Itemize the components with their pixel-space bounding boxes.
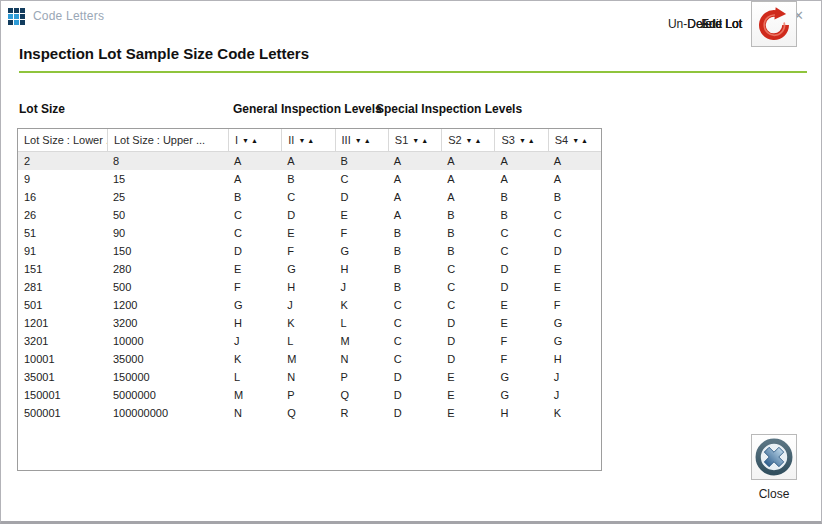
table-cell: K	[281, 314, 334, 332]
table-cell: B	[335, 152, 388, 170]
table-header-row: Lot Size : Lower ...Lot Size : Upper ...…	[18, 129, 601, 152]
table-cell: N	[281, 368, 334, 386]
table-cell: D	[388, 404, 441, 422]
table-row[interactable]: 35001150000LNPDEGJ	[18, 368, 601, 386]
table-cell: C	[494, 224, 547, 242]
table-cell: J	[228, 332, 281, 350]
table-cell: F	[228, 278, 281, 296]
table-cell: 25	[107, 188, 228, 206]
table-row[interactable]: 915ABCAAAA	[18, 170, 601, 188]
table-cell: C	[228, 206, 281, 224]
table-cell: E	[441, 386, 494, 404]
table-row[interactable]: 320110000JLMCDFG	[18, 332, 601, 350]
app-grid-icon	[8, 8, 25, 25]
table-cell: Q	[281, 404, 334, 422]
table-cell: D	[494, 278, 547, 296]
table-cell: M	[335, 332, 388, 350]
table-cell: 91	[18, 242, 107, 260]
table-row[interactable]: 1625BCDAABB	[18, 188, 601, 206]
table-row[interactable]: 5190CEFBBCC	[18, 224, 601, 242]
table-row[interactable]: 500001100000000NQRDEHK	[18, 404, 601, 422]
sort-icons[interactable]: ▼▲	[298, 137, 316, 144]
undelete-lot-row: Un-Delete Lot	[668, 1, 797, 47]
table-cell: 26	[18, 206, 107, 224]
table-cell: G	[494, 368, 547, 386]
table-cell: R	[335, 404, 388, 422]
table-cell: B	[388, 224, 441, 242]
column-header-s1[interactable]: S1▼▲	[388, 129, 441, 151]
undelete-lot-button[interactable]	[751, 1, 797, 47]
table-row[interactable]: 151280EGHBCDE	[18, 260, 601, 278]
table-cell: A	[494, 152, 547, 170]
table-cell: P	[281, 386, 334, 404]
table-row[interactable]: 28AABAAAA	[18, 152, 601, 170]
table-cell: M	[228, 386, 281, 404]
table-cell: H	[335, 260, 388, 278]
table-cell: A	[494, 170, 547, 188]
table-cell: 150000	[107, 368, 228, 386]
column-label: S1	[395, 134, 408, 146]
table-cell: B	[441, 206, 494, 224]
table-cell: G	[548, 332, 601, 350]
column-header-s3[interactable]: S3▼▲	[494, 129, 547, 151]
column-header-i[interactable]: I▼▲	[228, 129, 281, 151]
table-row[interactable]: 91150DFGBBCD	[18, 242, 601, 260]
close-button-label: Close	[751, 487, 797, 501]
table-cell: J	[281, 296, 334, 314]
column-header-lot-size-upper[interactable]: Lot Size : Upper ...	[107, 129, 228, 151]
table-cell: A	[388, 170, 441, 188]
table-cell: 16	[18, 188, 107, 206]
sort-icons[interactable]: ▼▲	[355, 137, 373, 144]
table-row[interactable]: 5011200GJKCCEF	[18, 296, 601, 314]
table-cell: E	[548, 278, 601, 296]
table-cell: E	[281, 224, 334, 242]
table-cell: 150001	[18, 386, 107, 404]
table-cell: C	[548, 224, 601, 242]
table-cell: K	[228, 350, 281, 368]
table-cell: A	[388, 206, 441, 224]
column-header-iii[interactable]: III▼▲	[335, 129, 388, 151]
column-header-lot-size-lower[interactable]: Lot Size : Lower ...	[18, 129, 107, 151]
table-cell: 150	[107, 242, 228, 260]
table-row[interactable]: 1000135000KMNCDFH	[18, 350, 601, 368]
sort-icons[interactable]: ▼▲	[466, 137, 484, 144]
sort-icons[interactable]: ▼▲	[519, 137, 537, 144]
close-button[interactable]	[751, 434, 797, 480]
column-header-ii[interactable]: II▼▲	[281, 129, 334, 151]
table-cell: E	[335, 206, 388, 224]
table-cell: A	[441, 188, 494, 206]
table-cell: E	[494, 296, 547, 314]
table-cell: L	[228, 368, 281, 386]
table-cell: B	[441, 242, 494, 260]
table-cell: C	[335, 170, 388, 188]
table-cell: P	[335, 368, 388, 386]
table-row[interactable]: 1500015000000MPQDEGJ	[18, 386, 601, 404]
table-cell: L	[335, 314, 388, 332]
table-row[interactable]: 12013200HKLCDEG	[18, 314, 601, 332]
sort-icons[interactable]: ▼▲	[412, 137, 430, 144]
column-header-s4[interactable]: S4▼▲	[548, 129, 601, 151]
table-cell: Q	[335, 386, 388, 404]
code-letters-table[interactable]: Lot Size : Lower ...Lot Size : Upper ...…	[17, 128, 602, 471]
table-cell: 151	[18, 260, 107, 278]
table-cell: 15	[107, 170, 228, 188]
table-cell: H	[548, 350, 601, 368]
table-cell: K	[548, 404, 601, 422]
table-cell: D	[441, 350, 494, 368]
table-cell: A	[228, 170, 281, 188]
sort-icons[interactable]: ▼▲	[242, 137, 260, 144]
table-row[interactable]: 281500FHJBCDE	[18, 278, 601, 296]
table-cell: N	[228, 404, 281, 422]
column-header-s2[interactable]: S2▼▲	[441, 129, 494, 151]
sort-icons[interactable]: ▼▲	[572, 137, 590, 144]
table-row[interactable]: 2650CDEABBC	[18, 206, 601, 224]
table-cell: B	[281, 170, 334, 188]
table-cell: C	[388, 296, 441, 314]
column-label: Lot Size : Upper ...	[114, 134, 205, 146]
table-cell: F	[494, 332, 547, 350]
column-label: S4	[555, 134, 568, 146]
table-cell: G	[281, 260, 334, 278]
table-cell: E	[441, 368, 494, 386]
table-cell: 1201	[18, 314, 107, 332]
table-cell: A	[281, 152, 334, 170]
